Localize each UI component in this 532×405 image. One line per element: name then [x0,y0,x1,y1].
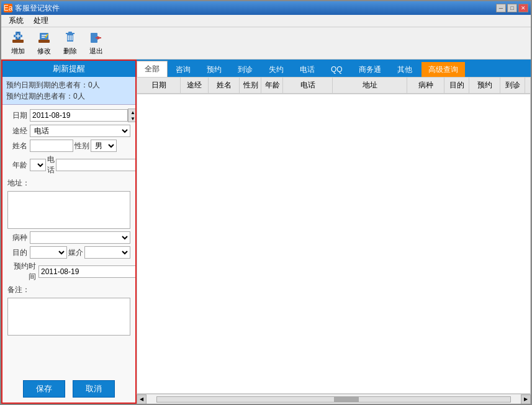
tab-booking[interactable]: 预约 [199,62,230,77]
disease-label: 病种 [7,233,30,243]
gender-select[interactable]: 男 女 [91,140,117,152]
minimize-button[interactable]: ─ [496,4,506,12]
app-icon-text: Ea [4,4,13,12]
edit-label: 修改 [37,47,51,56]
tab-all[interactable]: 全部 [137,61,168,77]
disease-select[interactable] [30,231,130,244]
date-spin-down[interactable]: ▼ [128,115,135,122]
way-label: 途经 [7,126,30,136]
note-label-row: 备注： [7,285,130,295]
date-label: 日期 [7,110,30,121]
th-way: 途经 [181,78,209,93]
add-label: 增加 [11,47,25,56]
form-buttons: 保存 取消 [2,375,135,403]
notice-line-2: 预约过期的患者有：0人 [6,91,132,102]
cancel-button[interactable]: 取消 [73,380,115,398]
maximize-button[interactable]: □ [507,4,517,12]
table-header: 日期 途经 姓名 性别 年龄 电话 地址 病种 目的 预约 到诊 [137,78,530,94]
scroll-left-arrow[interactable]: ◀ [137,394,147,404]
note-label: 备注： [7,285,30,295]
window-title: 客服登记软件 [15,3,60,14]
addr-input-row [7,191,130,229]
tab-consult[interactable]: 咨询 [168,62,199,77]
th-age: 年龄 [261,78,283,93]
main-window: Ea 客服登记软件 ─ □ ✕ 系统 处理 [0,0,532,405]
scroll-right-arrow[interactable]: ▶ [521,394,531,404]
th-disease: 病种 [407,78,444,93]
th-purpose: 目的 [444,78,469,93]
horizontal-scrollbar: ◀ ▶ [137,394,531,404]
toolbar-exit-button[interactable]: 退出 [84,29,108,58]
svg-rect-11 [68,32,72,33]
tab-phone[interactable]: 电话 [292,62,323,77]
menu-system[interactable]: 系统 [4,14,29,27]
tab-other[interactable]: 其他 [389,62,420,77]
note-input-row [7,298,130,336]
booking-time-wrap: ▲ ▼ [38,265,135,278]
date-spinners: ▲ ▼ [128,109,135,122]
exit-label: 退出 [89,47,103,56]
tab-bar: 全部 咨询 预约 到诊 失约 电话 QQ 商务通 其他 高级查询 [137,60,531,77]
purpose-media-row: 目的 媒介 [7,246,130,259]
name-label: 姓名 [7,141,30,151]
addr-textarea[interactable] [8,192,130,226]
edit-icon [37,30,52,45]
menu-process[interactable]: 处理 [29,14,53,27]
note-textarea[interactable] [8,298,130,333]
name-gender-row: 姓名 性别 男 女 [7,140,130,152]
form-area: 日期 ▲ ▼ 途经 电话 网络 上门 [2,105,135,375]
refresh-button[interactable]: 刷新提醒 [2,61,135,77]
tab-visit[interactable]: 到诊 [230,62,261,77]
th-name: 姓名 [209,78,240,93]
scroll-track[interactable] [156,396,511,403]
phone-input[interactable] [56,159,135,171]
th-addr: 地址 [333,78,407,93]
close-button[interactable]: ✕ [518,4,528,12]
booking-time-label: 预约时间 [7,261,38,282]
way-select[interactable]: 电话 网络 上门 其他 [30,125,130,137]
purpose-select[interactable] [30,246,67,259]
date-input[interactable] [30,109,128,122]
tab-advanced[interactable]: 高级查询 [422,62,465,77]
main-content: 刷新提醒 预约日期到期的患者有：0人 预约过期的患者有：0人 日期 ▲ ▼ [1,60,531,404]
way-row: 途经 电话 网络 上门 其他 [7,125,130,137]
app-icon: Ea [4,4,12,12]
svg-rect-7 [40,33,48,40]
phone-label: 电话 [47,154,55,176]
gender-label: 性别 [74,141,89,151]
toolbar-add-button[interactable]: 增加 [6,29,30,58]
date-input-wrap: ▲ ▼ [30,109,135,122]
title-buttons: ─ □ ✕ [496,4,528,12]
media-select[interactable] [84,246,130,259]
age-select[interactable] [30,159,46,171]
purpose-label: 目的 [7,247,30,258]
th-gender: 性别 [240,78,261,93]
tab-qq[interactable]: QQ [323,62,351,77]
toolbar-edit-button[interactable]: 修改 [32,29,56,58]
title-bar-left: Ea 客服登记软件 [4,3,60,14]
tab-wangwang[interactable]: 商务通 [351,62,389,77]
th-visit: 到诊 [500,78,525,93]
delete-label: 删除 [63,47,77,56]
left-panel: 刷新提醒 预约日期到期的患者有：0人 预约过期的患者有：0人 日期 ▲ ▼ [1,60,137,404]
tab-missed[interactable]: 失约 [261,62,292,77]
exit-icon [89,30,104,45]
svg-rect-0 [12,40,24,43]
booking-time-row: 预约时间 ▲ ▼ [7,261,130,282]
age-label: 年龄 [7,160,30,171]
name-input[interactable] [30,140,73,152]
save-button[interactable]: 保存 [23,380,65,398]
scroll-thumb[interactable] [334,397,359,402]
notice-line-1: 预约日期到期的患者有：0人 [6,79,132,91]
date-spin-up[interactable]: ▲ [128,109,135,115]
toolbar-delete-button[interactable]: 删除 [58,29,82,58]
toolbar: 增加 修改 [1,27,531,60]
disease-row: 病种 [7,231,130,244]
add-icon [11,30,25,45]
addr-label: 地址： [7,178,30,189]
svg-rect-6 [38,40,50,43]
menu-bar: 系统 处理 [1,15,531,27]
booking-time-input[interactable] [38,265,135,278]
th-booking: 预约 [469,78,500,93]
notice-area: 预约日期到期的患者有：0人 预约过期的患者有：0人 [2,77,135,105]
